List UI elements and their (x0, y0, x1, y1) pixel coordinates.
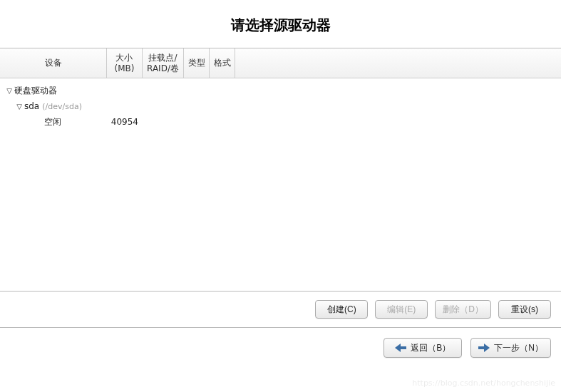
next-label: 下一步（N） (494, 342, 543, 354)
back-label: 返回（B） (411, 342, 451, 354)
col-header-mount[interactable]: 挂载点/ RAID/卷 (143, 48, 184, 78)
table-header: 设备 大小 (MB) 挂载点/ RAID/卷 类型 格式 (0, 48, 561, 78)
partition-table: 设备 大小 (MB) 挂载点/ RAID/卷 类型 格式 ▽ 硬盘驱动器 ▽ s… (0, 48, 561, 292)
expander-icon[interactable]: ▽ (4, 87, 14, 95)
col-header-format[interactable]: 格式 (210, 48, 235, 78)
arrow-left-icon (395, 344, 406, 352)
title-bar: 请选择源驱动器 (0, 0, 561, 48)
tree-body[interactable]: ▽ 硬盘驱动器 ▽ sda (/dev/sda) 空闲 40954 (0, 78, 561, 291)
tree-row-disk[interactable]: ▽ sda (/dev/sda) (0, 98, 561, 114)
free-label: 空闲 (4, 116, 61, 128)
back-button[interactable]: 返回（B） (384, 338, 462, 358)
svg-marker-1 (478, 344, 490, 352)
page-title: 请选择源驱动器 (0, 16, 561, 35)
col-header-size[interactable]: 大小 (MB) (107, 48, 143, 78)
expander-icon[interactable]: ▽ (14, 103, 24, 110)
nav-bar: 返回（B） 下一步（N） (0, 328, 561, 358)
tree-root-label: 硬盘驱动器 (14, 85, 57, 97)
watermark: https://blog.csdn.net/hongchenshijie (412, 378, 555, 388)
create-button[interactable]: 创建(C) (315, 300, 368, 319)
reset-button[interactable]: 重设(s) (498, 300, 551, 319)
next-button[interactable]: 下一步（N） (470, 338, 551, 358)
svg-marker-0 (395, 344, 406, 352)
tree-row-root[interactable]: ▽ 硬盘驱动器 (0, 83, 561, 98)
col-header-spacer (235, 48, 561, 78)
free-size: 40954 (107, 117, 143, 127)
tree-row-free[interactable]: 空闲 40954 (0, 114, 561, 130)
col-header-type[interactable]: 类型 (184, 48, 210, 78)
arrow-right-icon (478, 344, 490, 352)
edit-button: 编辑(E) (375, 300, 428, 319)
disk-path: (/dev/sda) (42, 102, 82, 111)
col-header-device[interactable]: 设备 (0, 48, 107, 78)
delete-button: 删除（D） (435, 300, 491, 319)
disk-name: sda (24, 101, 39, 111)
action-bar: 创建(C) 编辑(E) 删除（D） 重设(s) (0, 292, 561, 328)
